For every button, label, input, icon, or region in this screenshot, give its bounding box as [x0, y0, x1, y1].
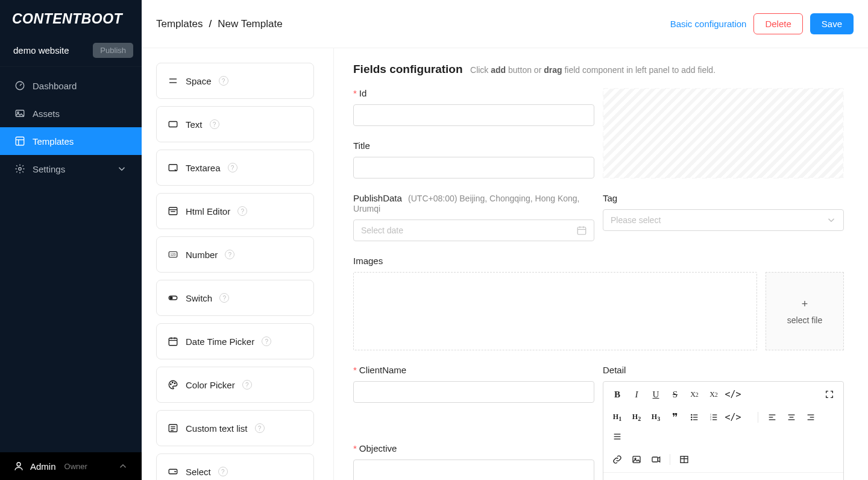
- help-icon[interactable]: ?: [210, 119, 219, 129]
- align-justify-icon[interactable]: [609, 429, 625, 444]
- italic-icon[interactable]: I: [629, 387, 644, 402]
- images-add-button[interactable]: + select file: [766, 272, 844, 350]
- nav-templates[interactable]: Templates: [0, 127, 142, 155]
- comp-textarea[interactable]: Textarea ?: [156, 150, 314, 186]
- align-center-icon[interactable]: [784, 409, 799, 425]
- section-header: Fields configuration Click add button or…: [353, 63, 844, 76]
- nav-label: Settings: [33, 164, 65, 174]
- images-dropzone[interactable]: [353, 272, 757, 350]
- nav-dashboard[interactable]: Dashboard: [0, 72, 142, 99]
- comp-number[interactable]: 123 Number ?: [156, 236, 314, 273]
- nav-settings[interactable]: Settings: [0, 155, 142, 183]
- comp-label: Select: [186, 467, 211, 477]
- superscript-icon[interactable]: X2: [687, 387, 702, 402]
- svg-point-18: [170, 297, 172, 299]
- id-input[interactable]: [353, 104, 594, 126]
- field-label: *ClientName: [353, 365, 594, 375]
- ul-icon[interactable]: [687, 409, 702, 425]
- delete-button[interactable]: Delete: [753, 13, 802, 34]
- align-right-icon[interactable]: [803, 409, 819, 425]
- help-icon[interactable]: ?: [237, 206, 247, 216]
- nav: Dashboard Assets Templates Settings: [0, 67, 142, 452]
- video-icon[interactable]: [648, 452, 664, 467]
- field-label: Title: [353, 141, 594, 151]
- h2-icon[interactable]: H2: [629, 409, 644, 425]
- align-left-icon[interactable]: [764, 409, 780, 425]
- textarea-icon: [168, 162, 178, 173]
- component-palette: Space ? Text ? Textarea ? Html Editor ? …: [142, 48, 334, 480]
- fullscreen-icon[interactable]: [822, 387, 837, 402]
- editor-body[interactable]: [603, 473, 843, 480]
- svg-point-7: [17, 463, 20, 466]
- svg-point-42: [691, 419, 692, 420]
- quote-icon[interactable]: ❞: [667, 409, 683, 425]
- help-icon[interactable]: ?: [225, 250, 234, 259]
- tag-select[interactable]: [603, 209, 844, 231]
- svg-rect-11: [169, 165, 177, 171]
- ol-icon[interactable]: 123: [706, 409, 722, 425]
- code-icon[interactable]: </>: [725, 387, 741, 402]
- subscript-icon[interactable]: X2: [706, 387, 722, 402]
- link-icon[interactable]: [609, 452, 625, 467]
- comp-switch[interactable]: Switch ?: [156, 280, 314, 316]
- field-clientname: *ClientName: [353, 365, 594, 429]
- title-input[interactable]: [353, 157, 594, 178]
- strike-icon[interactable]: S: [667, 387, 683, 402]
- svg-point-6: [19, 168, 22, 171]
- save-button[interactable]: Save: [810, 13, 854, 34]
- comp-datetimepicker[interactable]: Date Time Picker ?: [156, 323, 314, 359]
- comp-select[interactable]: Select ?: [156, 453, 314, 480]
- bold-icon[interactable]: B: [609, 387, 625, 402]
- svg-text:3: 3: [710, 418, 711, 421]
- svg-point-40: [691, 417, 692, 417]
- help-icon[interactable]: ?: [218, 467, 228, 476]
- codeblock-icon[interactable]: </>: [725, 409, 741, 425]
- help-icon[interactable]: ?: [219, 293, 229, 303]
- table-icon[interactable]: [676, 452, 692, 467]
- field-label: Images: [353, 256, 844, 266]
- h1-icon[interactable]: H1: [609, 409, 625, 425]
- comp-label: Space: [186, 76, 212, 86]
- help-icon[interactable]: ?: [228, 163, 237, 172]
- nav-label: Assets: [33, 109, 60, 119]
- comp-customtextlist[interactable]: Custom text list ?: [156, 410, 314, 446]
- field-objective: *Objective: [353, 443, 594, 480]
- publish-button[interactable]: Publish: [93, 43, 133, 58]
- nav-assets[interactable]: Assets: [0, 99, 142, 127]
- svg-rect-19: [169, 338, 177, 346]
- comp-colorpicker[interactable]: Color Picker ?: [156, 367, 314, 403]
- plus-icon: +: [802, 298, 808, 311]
- image-icon[interactable]: [629, 452, 644, 467]
- help-icon[interactable]: ?: [255, 423, 265, 433]
- underline-icon[interactable]: U: [648, 387, 664, 402]
- comp-text[interactable]: Text ?: [156, 106, 314, 142]
- breadcrumb-root[interactable]: Templates: [156, 18, 203, 30]
- htmleditor-icon: [168, 206, 178, 216]
- h3-icon[interactable]: H3: [648, 409, 664, 425]
- comp-space[interactable]: Space ?: [156, 63, 314, 99]
- comp-htmleditor[interactable]: Html Editor ?: [156, 193, 314, 229]
- site-name: demo website: [13, 45, 69, 55]
- editor-toolbar: B I U S X2 X2 </> H1 H2 H3 ❞: [603, 382, 843, 473]
- clientname-input[interactable]: [353, 381, 594, 403]
- svg-point-24: [172, 382, 174, 384]
- fields-config-panel: Fields configuration Click add button or…: [334, 48, 868, 480]
- help-icon[interactable]: ?: [242, 380, 252, 390]
- comp-label: Switch: [186, 293, 212, 303]
- svg-rect-62: [633, 456, 640, 463]
- help-icon[interactable]: ?: [219, 76, 228, 86]
- svg-rect-64: [652, 457, 658, 462]
- basic-config-link[interactable]: Basic configuration: [670, 19, 747, 29]
- svg-point-23: [171, 384, 172, 385]
- detail-editor: B I U S X2 X2 </> H1 H2 H3 ❞: [603, 381, 844, 480]
- sidebar: CONTENTBOOT demo website Publish Dashboa…: [0, 0, 142, 480]
- objective-input[interactable]: [353, 459, 594, 480]
- help-icon[interactable]: ?: [262, 336, 271, 346]
- user-row[interactable]: Admin Owner: [0, 452, 142, 480]
- calendar-icon: [168, 336, 178, 347]
- field-label: Detail: [603, 365, 844, 375]
- header: Templates / New Template Basic configura…: [142, 0, 868, 48]
- user-name: Admin: [30, 461, 56, 472]
- comp-label: Number: [186, 250, 218, 260]
- publishdata-input[interactable]: [353, 219, 594, 241]
